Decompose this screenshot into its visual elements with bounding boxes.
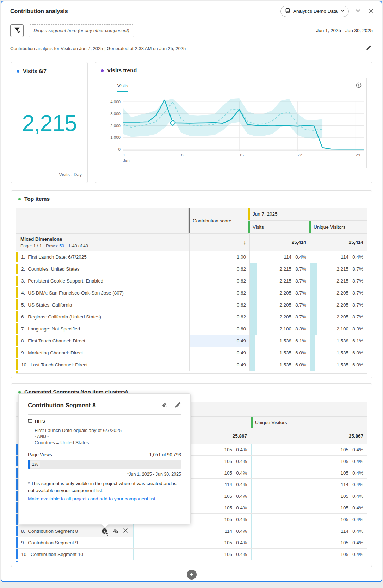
item-name-cell[interactable]: 8. First Touch Channel: Direct xyxy=(16,335,190,347)
contribution-score-column-header[interactable]: Contribution score xyxy=(189,208,248,233)
item-name-cell[interactable]: 3. Persistent Cookie Support: Enabled xyxy=(16,275,190,287)
item-name-cell[interactable]: 10. Last Touch Channel: Direct xyxy=(16,359,190,371)
segment-info-button[interactable] xyxy=(101,528,107,534)
visits-cell[interactable]: 2,205 8.7% xyxy=(250,287,310,299)
visits-column-header[interactable]: Visits xyxy=(248,221,309,233)
uv-cell[interactable]: 105 0.4% xyxy=(251,537,367,548)
item-name-cell[interactable]: 2. Countries: United States xyxy=(16,263,190,275)
add-visualization-icon[interactable] xyxy=(112,527,118,535)
uv-cell[interactable]: 1,538 6.1% xyxy=(310,335,367,347)
segment-row[interactable]: 8. Contribution Segment 8 114 xyxy=(16,525,367,537)
score-cell[interactable]: 0.49 xyxy=(190,347,250,359)
value-bar xyxy=(251,467,252,478)
sort-descending-icon[interactable]: ↓ xyxy=(243,239,246,245)
item-name-cell[interactable]: 6. Regions: California (United States) xyxy=(16,311,190,323)
top-item-row[interactable]: 10. Last Touch Channel: Direct 0.49 1,53… xyxy=(16,359,367,371)
uv-cell[interactable]: 114 0.4% xyxy=(251,479,367,490)
segment-name-cell[interactable]: 10. Contribution Segment 10 xyxy=(16,549,133,560)
visits-cell[interactable]: 1,538 6.1% xyxy=(250,335,310,347)
visits-cell[interactable]: 2,215 8.7% xyxy=(250,263,310,275)
date-column-header[interactable]: Jun 7, 2025 xyxy=(248,208,367,221)
visits-cell[interactable]: 114 0.4% xyxy=(250,251,310,263)
close-panel-button[interactable] xyxy=(367,7,375,16)
unique-visitors-column-header[interactable]: Unique Visitors xyxy=(309,221,367,233)
add-filter-button[interactable] xyxy=(10,24,24,37)
top-item-row[interactable]: 9. Marketing Channel: Direct 0.49 1,535 … xyxy=(16,347,367,359)
score-cell[interactable]: 0.62 xyxy=(190,275,250,287)
add-panel-button[interactable]: + xyxy=(187,570,197,580)
uv-cell[interactable]: 105 0.4% xyxy=(251,467,367,478)
item-name: US States: California xyxy=(28,302,72,308)
uv-cell[interactable]: 1,535 6.0% xyxy=(310,347,367,359)
edit-segment-button[interactable] xyxy=(174,401,181,409)
unique-visitors-column-header[interactable]: Unique Visitors xyxy=(251,416,367,428)
score-cell[interactable]: 0.49 xyxy=(190,359,250,371)
uv-cell[interactable]: 105 0.4% xyxy=(251,444,367,455)
visits-cell[interactable]: 2,205 8.7% xyxy=(250,311,310,323)
visits-cell[interactable]: 105 0.4% xyxy=(133,537,251,548)
uv-cell[interactable]: 1,535 6.0% xyxy=(310,359,367,371)
visits-cell[interactable]: 2,215 8.7% xyxy=(250,275,310,287)
uv-cell[interactable]: 2,205 8.7% xyxy=(310,287,367,299)
top-item-row[interactable]: 1. First Launch Date: 6/7/2025 1.00 114 … xyxy=(16,251,367,263)
uv-cell[interactable]: 105 0.4% xyxy=(251,456,367,467)
uv-cell[interactable]: 2,215 8.7% xyxy=(310,263,367,275)
collapse-panel-button[interactable] xyxy=(354,6,362,16)
segment-dropzone[interactable]: Drop a segment here (or any other compon… xyxy=(29,24,134,37)
uv-cell[interactable]: 2,100 8.3% xyxy=(310,323,367,335)
top-item-row[interactable]: 2. Countries: United States 0.62 2,215 8… xyxy=(16,263,367,275)
uv-cell[interactable]: 2,215 8.7% xyxy=(310,275,367,287)
top-item-row[interactable]: 8. First Touch Channel: Direct 0.49 1,53… xyxy=(16,335,367,347)
segment-name-cell[interactable]: 8. Contribution Segment 8 xyxy=(16,525,133,537)
item-name-cell[interactable]: 5. US States: California xyxy=(16,299,190,311)
remove-segment-icon[interactable] xyxy=(123,528,128,534)
visits-cell[interactable]: 2,205 8.7% xyxy=(250,299,310,311)
column-drag-handle[interactable] xyxy=(309,221,311,233)
score-sort-cell[interactable]: ↓ xyxy=(190,233,250,251)
uv-cell[interactable]: 105 0.4% xyxy=(251,502,367,513)
rows-per-page-link[interactable]: 50 xyxy=(59,243,64,248)
item-name-cell[interactable]: 9. Marketing Channel: Direct xyxy=(16,347,190,359)
score-cell[interactable]: 0.49 xyxy=(190,335,250,347)
column-drag-handle[interactable] xyxy=(248,221,250,233)
top-item-row[interactable]: 7. Language: Not Specified 0.60 2,100 8.… xyxy=(16,323,367,335)
item-name-cell[interactable]: 7. Language: Not Specified xyxy=(16,323,190,335)
item-name-cell[interactable]: 4. US DMA: San Francisco-Oak-San Jose (8… xyxy=(16,287,190,299)
top-item-row[interactable]: 5. US States: California 0.62 2,205 8.7%… xyxy=(16,299,367,311)
item-name-cell[interactable]: 1. First Launch Date: 6/7/2025 xyxy=(16,251,190,263)
score-cell[interactable]: 1.00 xyxy=(190,251,250,263)
uv-cell[interactable]: 2,205 8.7% xyxy=(310,299,367,311)
column-drag-handle[interactable] xyxy=(189,208,190,233)
score-cell[interactable]: 0.62 xyxy=(190,263,250,275)
top-item-row[interactable]: 3. Persistent Cookie Support: Enabled 0.… xyxy=(16,275,367,287)
visits-cell[interactable]: 2,100 8.3% xyxy=(250,323,310,335)
visits-cell[interactable]: 114 0.4% xyxy=(133,525,251,537)
column-drag-handle[interactable] xyxy=(248,208,250,220)
segment-row[interactable]: 10. Contribution Segment 10 105 0.4% 105… xyxy=(16,548,367,560)
score-cell[interactable]: 0.62 xyxy=(190,299,250,311)
top-item-row[interactable]: 6. Regions: California (United States) 0… xyxy=(16,311,367,323)
score-cell[interactable]: 0.62 xyxy=(190,287,250,299)
visits-percent: 8.3% xyxy=(291,326,310,332)
uv-cell[interactable]: 114 0.4% xyxy=(310,251,367,263)
uv-cell[interactable]: 2,205 8.7% xyxy=(310,311,367,323)
edit-description-button[interactable] xyxy=(364,44,373,53)
info-icon[interactable] xyxy=(356,82,362,89)
uv-cell[interactable]: 105 0.4% xyxy=(251,490,367,502)
uv-cell[interactable]: 105 0.4% xyxy=(251,514,367,525)
visits-cell[interactable]: 105 0.4% xyxy=(133,549,251,560)
column-drag-handle[interactable] xyxy=(251,417,253,428)
dataset-selector[interactable]: Analytics Demo Data xyxy=(280,6,349,17)
uv-cell[interactable]: 105 0.4% xyxy=(251,549,367,560)
visits-cell[interactable]: 1,535 6.0% xyxy=(250,347,310,359)
green-dot-icon xyxy=(18,198,21,200)
score-cell[interactable]: 0.60 xyxy=(190,323,250,335)
segment-row[interactable]: 9. Contribution Segment 9 105 0.4% 105 0… xyxy=(16,537,367,548)
segment-name-cell[interactable]: 9. Contribution Segment 9 xyxy=(16,537,133,548)
top-item-row[interactable]: 4. US DMA: San Francisco-Oak-San Jose (8… xyxy=(16,287,367,299)
score-cell[interactable]: 0.62 xyxy=(190,311,250,323)
visits-cell[interactable]: 1,535 6.0% xyxy=(250,359,310,371)
uv-cell[interactable]: 114 0.4% xyxy=(251,525,367,537)
erase-segment-button[interactable] xyxy=(161,401,168,409)
make-available-link[interactable]: Make available to all projects and add t… xyxy=(28,495,181,502)
